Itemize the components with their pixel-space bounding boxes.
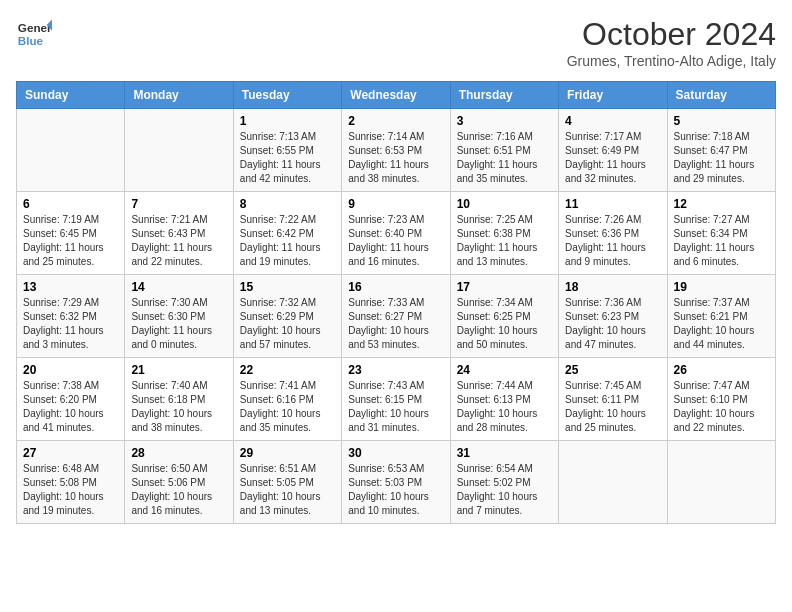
calendar-week-row: 27Sunrise: 6:48 AMSunset: 5:08 PMDayligh… — [17, 441, 776, 524]
day-number: 30 — [348, 446, 443, 460]
day-info: Sunrise: 7:17 AMSunset: 6:49 PMDaylight:… — [565, 130, 660, 186]
day-info: Sunrise: 7:29 AMSunset: 6:32 PMDaylight:… — [23, 296, 118, 352]
day-info: Sunrise: 7:43 AMSunset: 6:15 PMDaylight:… — [348, 379, 443, 435]
day-header-thursday: Thursday — [450, 82, 558, 109]
day-number: 27 — [23, 446, 118, 460]
day-info: Sunrise: 7:19 AMSunset: 6:45 PMDaylight:… — [23, 213, 118, 269]
month-title: October 2024 — [567, 16, 776, 53]
calendar-week-row: 1Sunrise: 7:13 AMSunset: 6:55 PMDaylight… — [17, 109, 776, 192]
day-info: Sunrise: 7:38 AMSunset: 6:20 PMDaylight:… — [23, 379, 118, 435]
day-number: 15 — [240, 280, 335, 294]
day-info: Sunrise: 7:34 AMSunset: 6:25 PMDaylight:… — [457, 296, 552, 352]
logo: General Blue — [16, 16, 56, 52]
day-number: 17 — [457, 280, 552, 294]
calendar-cell: 8Sunrise: 7:22 AMSunset: 6:42 PMDaylight… — [233, 192, 341, 275]
calendar-cell: 15Sunrise: 7:32 AMSunset: 6:29 PMDayligh… — [233, 275, 341, 358]
day-number: 3 — [457, 114, 552, 128]
calendar-cell: 24Sunrise: 7:44 AMSunset: 6:13 PMDayligh… — [450, 358, 558, 441]
calendar-cell: 25Sunrise: 7:45 AMSunset: 6:11 PMDayligh… — [559, 358, 667, 441]
day-info: Sunrise: 7:25 AMSunset: 6:38 PMDaylight:… — [457, 213, 552, 269]
title-area: October 2024 Grumes, Trentino-Alto Adige… — [567, 16, 776, 69]
day-info: Sunrise: 7:33 AMSunset: 6:27 PMDaylight:… — [348, 296, 443, 352]
day-number: 9 — [348, 197, 443, 211]
calendar-cell: 2Sunrise: 7:14 AMSunset: 6:53 PMDaylight… — [342, 109, 450, 192]
calendar-week-row: 20Sunrise: 7:38 AMSunset: 6:20 PMDayligh… — [17, 358, 776, 441]
day-number: 24 — [457, 363, 552, 377]
day-number: 29 — [240, 446, 335, 460]
day-info: Sunrise: 6:50 AMSunset: 5:06 PMDaylight:… — [131, 462, 226, 518]
calendar-cell: 26Sunrise: 7:47 AMSunset: 6:10 PMDayligh… — [667, 358, 775, 441]
calendar-cell: 21Sunrise: 7:40 AMSunset: 6:18 PMDayligh… — [125, 358, 233, 441]
calendar-body: 1Sunrise: 7:13 AMSunset: 6:55 PMDaylight… — [17, 109, 776, 524]
logo-icon: General Blue — [16, 16, 52, 52]
calendar-cell: 10Sunrise: 7:25 AMSunset: 6:38 PMDayligh… — [450, 192, 558, 275]
calendar-cell: 1Sunrise: 7:13 AMSunset: 6:55 PMDaylight… — [233, 109, 341, 192]
day-number: 21 — [131, 363, 226, 377]
calendar-cell: 29Sunrise: 6:51 AMSunset: 5:05 PMDayligh… — [233, 441, 341, 524]
day-info: Sunrise: 6:51 AMSunset: 5:05 PMDaylight:… — [240, 462, 335, 518]
day-info: Sunrise: 7:45 AMSunset: 6:11 PMDaylight:… — [565, 379, 660, 435]
day-number: 16 — [348, 280, 443, 294]
calendar-cell: 31Sunrise: 6:54 AMSunset: 5:02 PMDayligh… — [450, 441, 558, 524]
day-number: 2 — [348, 114, 443, 128]
calendar-cell: 9Sunrise: 7:23 AMSunset: 6:40 PMDaylight… — [342, 192, 450, 275]
day-number: 14 — [131, 280, 226, 294]
day-header-monday: Monday — [125, 82, 233, 109]
calendar-cell: 18Sunrise: 7:36 AMSunset: 6:23 PMDayligh… — [559, 275, 667, 358]
calendar-cell: 23Sunrise: 7:43 AMSunset: 6:15 PMDayligh… — [342, 358, 450, 441]
day-number: 23 — [348, 363, 443, 377]
calendar-cell: 7Sunrise: 7:21 AMSunset: 6:43 PMDaylight… — [125, 192, 233, 275]
day-number: 6 — [23, 197, 118, 211]
day-header-tuesday: Tuesday — [233, 82, 341, 109]
calendar-cell — [667, 441, 775, 524]
day-header-sunday: Sunday — [17, 82, 125, 109]
calendar-header-row: SundayMondayTuesdayWednesdayThursdayFrid… — [17, 82, 776, 109]
subtitle: Grumes, Trentino-Alto Adige, Italy — [567, 53, 776, 69]
day-header-saturday: Saturday — [667, 82, 775, 109]
day-number: 4 — [565, 114, 660, 128]
day-header-wednesday: Wednesday — [342, 82, 450, 109]
calendar-cell: 19Sunrise: 7:37 AMSunset: 6:21 PMDayligh… — [667, 275, 775, 358]
day-number: 13 — [23, 280, 118, 294]
day-info: Sunrise: 7:14 AMSunset: 6:53 PMDaylight:… — [348, 130, 443, 186]
day-number: 26 — [674, 363, 769, 377]
calendar-cell: 30Sunrise: 6:53 AMSunset: 5:03 PMDayligh… — [342, 441, 450, 524]
calendar-cell: 12Sunrise: 7:27 AMSunset: 6:34 PMDayligh… — [667, 192, 775, 275]
calendar-cell: 14Sunrise: 7:30 AMSunset: 6:30 PMDayligh… — [125, 275, 233, 358]
calendar-cell — [17, 109, 125, 192]
day-number: 25 — [565, 363, 660, 377]
calendar-cell: 28Sunrise: 6:50 AMSunset: 5:06 PMDayligh… — [125, 441, 233, 524]
calendar-cell: 4Sunrise: 7:17 AMSunset: 6:49 PMDaylight… — [559, 109, 667, 192]
day-number: 19 — [674, 280, 769, 294]
header: General Blue October 2024 Grumes, Trenti… — [16, 16, 776, 69]
day-info: Sunrise: 6:54 AMSunset: 5:02 PMDaylight:… — [457, 462, 552, 518]
day-info: Sunrise: 7:18 AMSunset: 6:47 PMDaylight:… — [674, 130, 769, 186]
day-number: 7 — [131, 197, 226, 211]
day-info: Sunrise: 7:26 AMSunset: 6:36 PMDaylight:… — [565, 213, 660, 269]
calendar-cell: 5Sunrise: 7:18 AMSunset: 6:47 PMDaylight… — [667, 109, 775, 192]
day-number: 20 — [23, 363, 118, 377]
day-info: Sunrise: 7:21 AMSunset: 6:43 PMDaylight:… — [131, 213, 226, 269]
calendar-cell: 27Sunrise: 6:48 AMSunset: 5:08 PMDayligh… — [17, 441, 125, 524]
day-header-friday: Friday — [559, 82, 667, 109]
day-number: 1 — [240, 114, 335, 128]
day-info: Sunrise: 7:47 AMSunset: 6:10 PMDaylight:… — [674, 379, 769, 435]
day-info: Sunrise: 7:44 AMSunset: 6:13 PMDaylight:… — [457, 379, 552, 435]
calendar-cell: 13Sunrise: 7:29 AMSunset: 6:32 PMDayligh… — [17, 275, 125, 358]
day-number: 31 — [457, 446, 552, 460]
svg-text:General: General — [18, 21, 52, 34]
svg-text:Blue: Blue — [18, 34, 44, 47]
day-number: 5 — [674, 114, 769, 128]
day-number: 12 — [674, 197, 769, 211]
day-number: 28 — [131, 446, 226, 460]
day-info: Sunrise: 7:30 AMSunset: 6:30 PMDaylight:… — [131, 296, 226, 352]
day-info: Sunrise: 7:23 AMSunset: 6:40 PMDaylight:… — [348, 213, 443, 269]
day-number: 10 — [457, 197, 552, 211]
day-info: Sunrise: 6:53 AMSunset: 5:03 PMDaylight:… — [348, 462, 443, 518]
calendar-cell: 11Sunrise: 7:26 AMSunset: 6:36 PMDayligh… — [559, 192, 667, 275]
day-number: 8 — [240, 197, 335, 211]
day-info: Sunrise: 7:37 AMSunset: 6:21 PMDaylight:… — [674, 296, 769, 352]
day-info: Sunrise: 7:16 AMSunset: 6:51 PMDaylight:… — [457, 130, 552, 186]
day-info: Sunrise: 7:40 AMSunset: 6:18 PMDaylight:… — [131, 379, 226, 435]
calendar-cell: 16Sunrise: 7:33 AMSunset: 6:27 PMDayligh… — [342, 275, 450, 358]
